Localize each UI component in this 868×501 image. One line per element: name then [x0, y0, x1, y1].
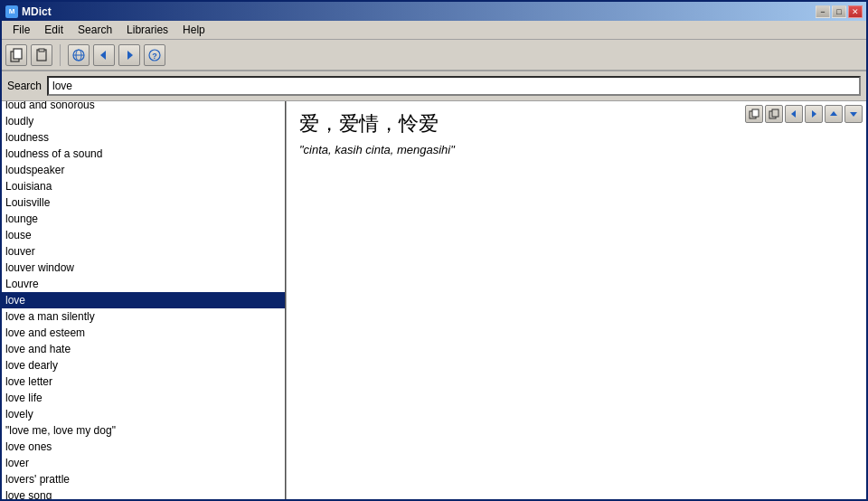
word-list-item[interactable]: Louvre — [2, 276, 285, 292]
menu-bar: File Edit Search Libraries Help — [2, 21, 866, 40]
minimize-button[interactable]: − — [816, 5, 830, 18]
toolbar-paste-btn[interactable] — [31, 44, 52, 66]
def-forward-btn[interactable] — [805, 105, 823, 123]
menu-edit[interactable]: Edit — [37, 22, 71, 38]
main-area: loud and clearloud and sonorousloudlylou… — [2, 101, 866, 499]
def-up-btn[interactable] — [825, 105, 843, 123]
title-bar-left: M MDict — [5, 5, 52, 18]
svg-text:?: ? — [152, 52, 157, 61]
search-input[interactable] — [47, 76, 861, 96]
word-list[interactable]: loud and clearloud and sonorousloudlylou… — [2, 101, 285, 499]
def-copy-btn[interactable] — [745, 105, 763, 123]
back-icon — [97, 48, 111, 62]
svg-rect-12 — [752, 109, 759, 117]
word-list-item[interactable]: loudly — [2, 113, 285, 129]
svg-rect-1 — [14, 49, 22, 59]
copy-icon — [9, 48, 24, 62]
nav-back-icon — [788, 109, 799, 119]
definition-panel: 爱，爱情，怜爱 "cinta, kasih cinta, mengasihi" — [287, 101, 866, 499]
restore-button[interactable]: □ — [832, 5, 846, 18]
copy-small-icon — [749, 109, 760, 119]
svg-rect-3 — [39, 49, 44, 52]
word-list-item[interactable]: love and esteem — [2, 325, 285, 341]
svg-rect-14 — [772, 109, 778, 117]
title-bar: M MDict − □ ✕ — [2, 2, 866, 21]
help-icon: ? — [147, 48, 162, 62]
word-list-item[interactable]: louver — [2, 243, 285, 260]
word-list-item[interactable]: louver window — [2, 260, 285, 276]
forward-icon — [122, 48, 137, 62]
app-icon: M — [5, 5, 18, 18]
nav-down-icon — [848, 109, 859, 119]
close-button[interactable]: ✕ — [848, 5, 863, 18]
toolbar-help-btn[interactable]: ? — [144, 44, 165, 66]
def-back-btn[interactable] — [785, 105, 803, 123]
toolbar: ? — [2, 40, 866, 71]
globe-icon — [71, 48, 86, 62]
def-copy2-btn[interactable] — [765, 105, 783, 123]
svg-marker-15 — [791, 110, 796, 118]
copy2-small-icon — [769, 109, 779, 119]
word-list-item[interactable]: love song — [2, 487, 285, 499]
word-list-item[interactable]: loudness — [2, 129, 285, 146]
word-list-item[interactable]: lovely — [2, 406, 285, 422]
word-list-item[interactable]: loudspeaker — [2, 162, 285, 178]
definition-nav — [745, 105, 863, 123]
toolbar-forward-btn[interactable] — [118, 44, 140, 66]
word-list-panel: loud and clearloud and sonorousloudlylou… — [2, 101, 287, 499]
word-list-item[interactable]: love — [2, 292, 285, 308]
toolbar-back-btn[interactable] — [93, 44, 115, 66]
word-list-item[interactable]: Louisville — [2, 194, 285, 211]
word-list-item[interactable]: loud and sonorous — [2, 101, 285, 113]
window-controls: − □ ✕ — [816, 5, 863, 18]
svg-marker-18 — [850, 112, 857, 117]
toolbar-copy-btn[interactable] — [5, 44, 27, 66]
word-list-item[interactable]: lover — [2, 455, 285, 471]
menu-libraries[interactable]: Libraries — [119, 22, 175, 38]
word-list-item[interactable]: "love me, love my dog" — [2, 422, 285, 439]
definition-translation: "cinta, kasih cinta, mengasihi" — [299, 143, 854, 156]
svg-marker-17 — [830, 111, 837, 116]
word-list-item[interactable]: lovers' prattle — [2, 471, 285, 487]
word-list-item[interactable]: love ones — [2, 439, 285, 455]
word-list-item[interactable]: love dearly — [2, 357, 285, 373]
app-window: M MDict − □ ✕ File Edit Search Libraries… — [0, 0, 868, 501]
word-list-item[interactable]: lounge — [2, 211, 285, 227]
word-list-item[interactable]: Louisiana — [2, 178, 285, 194]
nav-up-icon — [828, 109, 839, 119]
word-list-item[interactable]: loudness of a sound — [2, 146, 285, 162]
word-list-item[interactable]: love and hate — [2, 341, 285, 357]
def-down-btn[interactable] — [844, 105, 863, 123]
toolbar-web-btn[interactable] — [68, 44, 90, 66]
menu-search[interactable]: Search — [71, 22, 119, 38]
window-title: MDict — [22, 5, 52, 18]
word-list-item[interactable]: love letter — [2, 373, 285, 390]
word-list-item[interactable]: love life — [2, 390, 285, 406]
word-list-item[interactable]: louse — [2, 227, 285, 243]
nav-forward-icon — [808, 109, 819, 119]
search-label: Search — [7, 80, 42, 92]
svg-marker-16 — [812, 110, 816, 118]
paste-icon — [34, 48, 49, 62]
search-bar: Search — [2, 71, 866, 101]
svg-marker-7 — [100, 51, 106, 60]
menu-help[interactable]: Help — [175, 22, 212, 38]
toolbar-sep1 — [60, 44, 61, 66]
svg-marker-8 — [127, 51, 133, 60]
word-list-item[interactable]: love a man silently — [2, 308, 285, 325]
menu-file[interactable]: File — [5, 22, 37, 38]
